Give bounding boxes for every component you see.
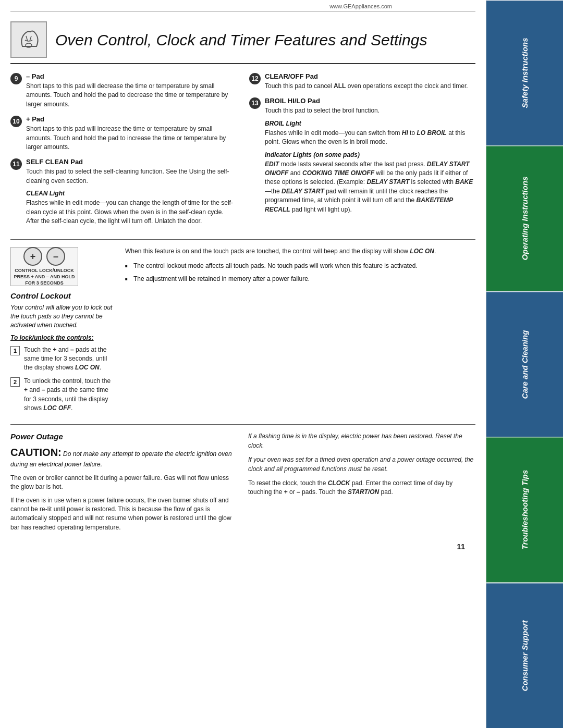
lockout-label: CONTROL LOCK/UNLOCK PRESS + AND – AND HO… bbox=[11, 268, 78, 286]
lockout-bullet-list: The control lockout mode affects all tou… bbox=[125, 262, 475, 284]
item-11: 11 SELF CLEAN Pad Touch this pad to sele… bbox=[10, 158, 237, 226]
lockout-right-text: When this feature is on and the touch pa… bbox=[125, 247, 475, 256]
item-12-title: CLEAR/OFF Pad bbox=[265, 72, 475, 80]
item-13-text: Touch this pad to select the broil funct… bbox=[265, 106, 475, 115]
item-10-text: Short taps to this pad will increase the… bbox=[26, 125, 237, 152]
item-13-subtext: Flashes while in edit mode—you can switc… bbox=[265, 129, 475, 147]
control-lockout-intro: Your control will allow you to lock out … bbox=[10, 303, 115, 329]
bullet-item-1: The control lockout mode affects all tou… bbox=[125, 262, 475, 270]
item-9-text: Short taps to this pad will decrease the… bbox=[26, 82, 237, 109]
item-11-subtitle: CLEAN Light bbox=[26, 190, 237, 197]
caution-block: CAUTION: Do not make any attempt to oper… bbox=[10, 445, 238, 469]
sidebar-tab-care[interactable]: Care and Cleaning bbox=[486, 291, 563, 437]
page-number: 11 bbox=[10, 537, 475, 556]
bullet-item-2: The adjustment will be retained in memor… bbox=[125, 275, 475, 283]
url-bar: www.GEAppliances.com bbox=[10, 0, 475, 12]
num-10: 10 bbox=[10, 116, 22, 127]
item-13-content: BROIL HI/LO Pad Touch this pad to select… bbox=[265, 97, 475, 214]
power-left-para1: The oven or broiler cannot be lit during… bbox=[10, 474, 238, 492]
header-icon bbox=[10, 21, 47, 58]
lockout-left: + – CONTROL LOCK/UNLOCK PRESS + AND – AN… bbox=[10, 247, 115, 417]
power-right-para1: If a flashing time is in the display, el… bbox=[248, 432, 475, 450]
item-9: 9 – Pad Short taps to this pad will decr… bbox=[10, 72, 237, 109]
item-9-title: – Pad bbox=[26, 72, 237, 80]
lockout-buttons: + – bbox=[23, 247, 65, 266]
right-sidebar: Safety Instructions Operating Instructio… bbox=[486, 0, 563, 728]
divider-2 bbox=[10, 424, 475, 425]
num-11: 11 bbox=[10, 158, 22, 170]
step-1-text: Touch the + and – pads at the same time … bbox=[24, 346, 115, 373]
divider-1 bbox=[10, 239, 475, 240]
sidebar-tab-operating[interactable]: Operating Instructions bbox=[486, 145, 563, 291]
lockout-steps: 1 Touch the + and – pads at the same tim… bbox=[10, 346, 115, 413]
sidebar-tab-safety[interactable]: Safety Instructions bbox=[486, 0, 563, 145]
power-right: If a flashing time is in the display, el… bbox=[248, 432, 475, 532]
num-9: 9 bbox=[10, 73, 22, 84]
sidebar-tab-consumer[interactable]: Consumer Support bbox=[486, 583, 563, 728]
power-left-para2: If the oven is in use when a power failu… bbox=[10, 496, 238, 533]
lockout-image: + – CONTROL LOCK/UNLOCK PRESS + AND – AN… bbox=[10, 247, 78, 286]
power-outage-section: Power Outage CAUTION: Do not make any at… bbox=[10, 432, 475, 532]
item-12: 12 CLEAR/OFF Pad Touch this pad to cance… bbox=[249, 72, 475, 91]
item-13-subtext2: EDIT mode lasts several seconds after th… bbox=[265, 160, 475, 214]
lockout-step-1: 1 Touch the + and – pads at the same tim… bbox=[10, 346, 115, 373]
page-title: Oven Control, Clock and Timer Features a… bbox=[55, 31, 427, 48]
num-13: 13 bbox=[249, 97, 261, 109]
lockout-step-2: 2 To unlock the control, touch the + and… bbox=[10, 377, 115, 413]
item-12-content: CLEAR/OFF Pad Touch this pad to cancel A… bbox=[265, 72, 475, 91]
item-13-title: BROIL HI/LO Pad bbox=[265, 97, 475, 105]
item-10-title: + Pad bbox=[26, 115, 237, 123]
caution-label: CAUTION: bbox=[10, 447, 62, 458]
item-10: 10 + Pad Short taps to this pad will inc… bbox=[10, 115, 237, 152]
item-12-text: Touch this pad to cancel ALL oven operat… bbox=[265, 82, 475, 91]
lockout-right: When this feature is on and the touch pa… bbox=[125, 247, 475, 417]
item-10-content: + Pad Short taps to this pad will increa… bbox=[26, 115, 237, 152]
power-outage-title: Power Outage bbox=[10, 432, 238, 441]
item-11-content: SELF CLEAN Pad Touch this pad to select … bbox=[26, 158, 237, 226]
item-13-subtitle: BROIL Light bbox=[265, 120, 475, 127]
item-11-title: SELF CLEAN Pad bbox=[26, 158, 237, 166]
right-column: 12 CLEAR/OFF Pad Touch this pad to cance… bbox=[249, 72, 475, 232]
control-lockout-title: Control Lockout bbox=[10, 291, 115, 300]
item-11-subtext: Flashes while in edit mode—you can chang… bbox=[26, 199, 237, 226]
sidebar-tab-troubleshooting[interactable]: Troubleshooting Tips bbox=[486, 437, 563, 582]
control-lockout-section: + – CONTROL LOCK/UNLOCK PRESS + AND – AN… bbox=[10, 247, 475, 417]
item-9-content: – Pad Short taps to this pad will decrea… bbox=[26, 72, 237, 109]
top-two-col: 9 – Pad Short taps to this pad will decr… bbox=[10, 72, 475, 232]
page-header: Oven Control, Clock and Timer Features a… bbox=[10, 12, 475, 64]
step-1-num: 1 bbox=[10, 346, 20, 355]
item-13-subtitle2: Indicator Lights (on some pads) bbox=[265, 151, 475, 158]
power-right-para3: To reset the clock, touch the CLOCK pad.… bbox=[248, 479, 475, 497]
minus-button-icon: – bbox=[46, 247, 65, 266]
control-lockout-subtitle: To lock/unlock the controls: bbox=[10, 334, 115, 341]
plus-button-icon: + bbox=[23, 247, 42, 266]
power-left: Power Outage CAUTION: Do not make any at… bbox=[10, 432, 238, 532]
power-right-para2: If your oven was set for a timed oven op… bbox=[248, 455, 475, 474]
step-2-num: 2 bbox=[10, 377, 20, 387]
main-content: www.GEAppliances.com Oven Control, Clock… bbox=[0, 0, 486, 556]
item-13: 13 BROIL HI/LO Pad Touch this pad to sel… bbox=[249, 97, 475, 214]
item-11-text: Touch this pad to select the self-cleani… bbox=[26, 167, 237, 186]
num-12: 12 bbox=[249, 73, 261, 84]
left-column: 9 – Pad Short taps to this pad will decr… bbox=[10, 72, 237, 232]
step-2-text: To unlock the control, touch the + and –… bbox=[24, 377, 115, 413]
